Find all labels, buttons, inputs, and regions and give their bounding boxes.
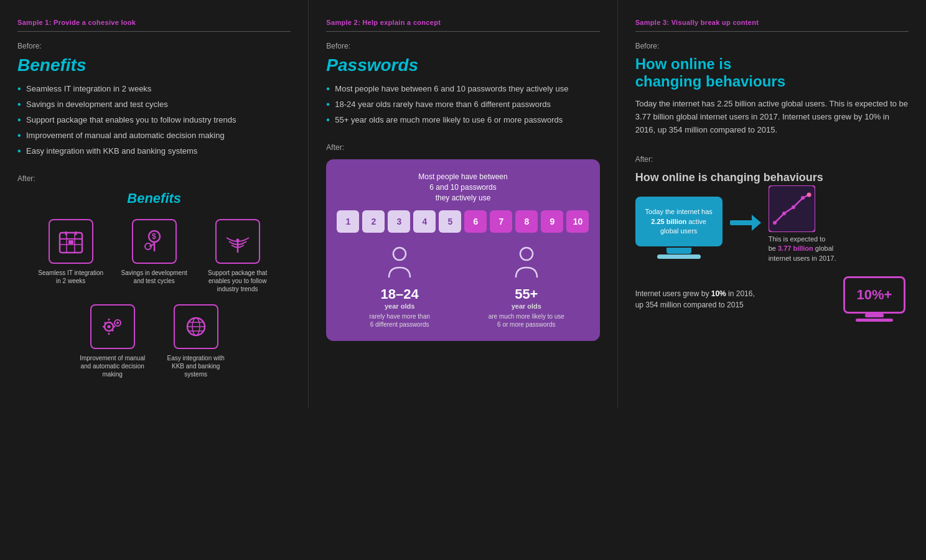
before-body-3: Today the internet has 2.25 billion acti… — [635, 98, 909, 136]
percent-text: 10%+ — [857, 287, 892, 303]
num-box-1: 1 — [337, 210, 359, 233]
benefits-after-section: Benefits — [17, 190, 291, 378]
before-title-3: How online ischanging behaviours — [635, 55, 909, 90]
svg-point-36 — [782, 212, 786, 215]
before-bullets-1: Seamless IT integration in 2 weeks Savin… — [17, 84, 291, 156]
bullet-item: 55+ year olds are much more likely to us… — [326, 115, 599, 124]
arrow-wrapper — [730, 213, 761, 235]
percent-screen: 10%+ — [843, 276, 905, 314]
person-icon-young — [384, 245, 415, 282]
icon-item-3: Support package that enables you to foll… — [203, 219, 272, 293]
num-box-3: 3 — [388, 210, 410, 233]
icon-box-2: $ — [132, 219, 177, 264]
gears-icon — [99, 313, 126, 340]
icon-item-1: Seamless IT integration in 2 weeks — [37, 219, 105, 293]
after-title-1: Benefits — [17, 190, 291, 207]
monitor-neck — [668, 248, 690, 254]
icon-label-1: Seamless IT integration in 2 weeks — [37, 269, 105, 285]
sample-label-3: Sample 3: Visually break up content — [635, 19, 909, 26]
calendar-grid-icon — [57, 228, 85, 255]
age-group-young: 18–24 year olds rarely have more than6 d… — [343, 245, 457, 329]
icon-box-4 — [90, 304, 135, 349]
age-sub-old: are much more likely to use6 or more pas… — [489, 312, 564, 329]
monitor-wrapper: Today the internet has 2.25 billion acti… — [635, 197, 723, 246]
icon-label-2: Savings in development and test cycles — [120, 269, 189, 285]
num-box-10: 10 — [566, 210, 589, 233]
icon-item-4: Improvement of manual and automatic deci… — [78, 304, 147, 378]
person-icon-old — [511, 245, 542, 282]
svg-point-37 — [792, 205, 795, 209]
num-box-2: 2 — [362, 210, 385, 233]
internet-stats-row: Today the internet has 2.25 billion acti… — [635, 197, 909, 264]
num-box-9: 9 — [541, 210, 563, 233]
num-box-5: 5 — [439, 210, 461, 233]
arrow-icon — [730, 213, 761, 232]
before-label-2: Before: — [326, 42, 599, 50]
age-sub-young: rarely have more than6 different passwor… — [370, 312, 430, 329]
num-box-6: 6 — [464, 210, 487, 233]
column-3: Sample 3: Visually break up content Befo… — [618, 0, 926, 408]
age-desc-old: year olds — [512, 302, 541, 310]
svg-rect-7 — [68, 240, 73, 244]
globe-icon — [182, 313, 210, 340]
svg-marker-33 — [752, 215, 761, 231]
before-title-2: Passwords — [326, 55, 599, 75]
internet-grow-row: Internet users grew by 10% in 2016,up 35… — [635, 276, 909, 322]
wifi-tower-icon — [224, 228, 251, 255]
after-label-1: After: — [17, 174, 291, 183]
trend-chart-icon — [769, 185, 815, 232]
icons-row-top: Seamless IT integration in 2 weeks $ Sav… — [17, 219, 291, 293]
password-card: Most people have between6 and 10 passwor… — [326, 159, 599, 341]
bullet-item: Seamless IT integration in 2 weeks — [17, 84, 291, 93]
svg-point-30 — [393, 248, 406, 260]
chart-wrapper: This is expected tobe 3.77 billion globa… — [769, 185, 836, 263]
age-groups: 18–24 year olds rarely have more than6 d… — [336, 245, 589, 329]
sample-label-1: Sample 1: Provide a cohesive look — [17, 19, 291, 26]
num-box-8: 8 — [515, 210, 538, 233]
icon-label-4: Improvement of manual and automatic deci… — [78, 354, 147, 378]
percent-base — [856, 319, 893, 322]
svg-point-14 — [236, 239, 239, 242]
icon-label-5: Easy integration with KKB and banking sy… — [162, 354, 230, 378]
svg-point-31 — [520, 248, 533, 260]
svg-point-16 — [107, 325, 110, 329]
bullet-item: Easy integration with KKB and banking sy… — [17, 146, 291, 156]
svg-point-38 — [801, 196, 805, 200]
bullet-item: Savings in development and test cycles — [17, 100, 291, 109]
monitor-box: Today the internet has 2.25 billion acti… — [635, 197, 723, 246]
monitor-text: Today the internet has 2.25 billion acti… — [643, 207, 715, 236]
icon-box-3 — [215, 219, 260, 264]
after-title-3: How online is changing behaviours — [635, 171, 909, 184]
icon-box-1 — [49, 219, 93, 264]
svg-point-18 — [116, 322, 119, 324]
icon-item-5: Easy integration with KKB and banking sy… — [162, 304, 230, 378]
column-1: Sample 1: Provide a cohesive look Before… — [0, 0, 309, 408]
divider-1 — [17, 31, 291, 32]
expected-text: This is expected tobe 3.77 billion globa… — [769, 235, 836, 263]
percent-monitor: 10%+ — [840, 276, 909, 322]
svg-line-24 — [112, 330, 113, 331]
bullet-item: Improvement of manual and automatic deci… — [17, 131, 291, 140]
sample-label-2: Sample 2: Help explain a concept — [326, 19, 599, 26]
icons-row-bottom: Improvement of manual and automatic deci… — [17, 304, 291, 378]
svg-text:$: $ — [152, 232, 156, 241]
svg-point-39 — [807, 192, 811, 197]
before-title-1: Benefits — [17, 55, 291, 75]
num-box-7: 7 — [490, 210, 512, 233]
before-label-3: Before: — [635, 42, 909, 50]
icon-label-3: Support package that enables you to foll… — [203, 269, 272, 293]
column-2: Sample 2: Help explain a concept Before:… — [309, 0, 617, 408]
svg-rect-32 — [730, 220, 754, 225]
icon-box-5 — [174, 304, 218, 349]
bullet-item: 18-24 year olds rarely have more than 6 … — [326, 100, 599, 109]
svg-line-23 — [105, 322, 106, 324]
bullet-item: Most people have between 6 and 10 passwo… — [326, 84, 599, 93]
bullet-item: Support package that enables you to foll… — [17, 115, 291, 124]
card-title: Most people have between6 and 10 passwor… — [336, 172, 589, 203]
svg-point-35 — [773, 221, 777, 225]
before-label-1: Before: — [17, 42, 291, 50]
after-label-3: After: — [635, 155, 909, 164]
age-number-old: 55+ — [515, 286, 538, 302]
number-row: 1 2 3 4 5 6 7 8 9 10 — [336, 210, 589, 233]
divider-3 — [635, 31, 909, 32]
